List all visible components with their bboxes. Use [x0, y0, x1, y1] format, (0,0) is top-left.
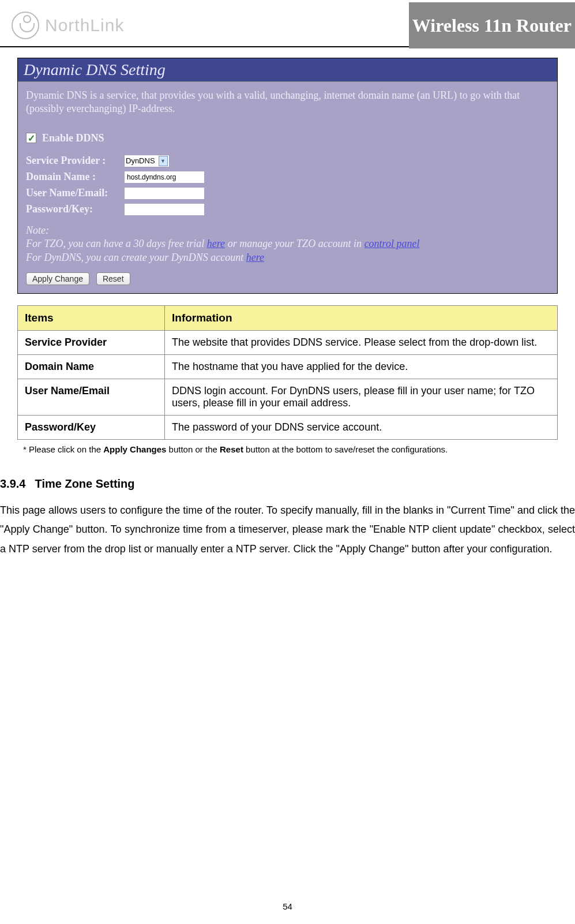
tzo-trial-link[interactable]: here — [207, 238, 225, 249]
page-header: NorthLink Wireless 11n Router — [0, 0, 575, 46]
section-heading: 3.9.4 Time Zone Setting — [0, 477, 575, 491]
table-row: Domain Name The hostname that you have a… — [18, 354, 558, 379]
user-label: User Name/Email: — [26, 187, 124, 199]
panel-title: Dynamic DNS Setting — [18, 58, 557, 82]
section-paragraph: This page allows users to configure the … — [0, 501, 575, 559]
footnote-text: button at the bottom to save/reset the c… — [243, 444, 448, 454]
page-number: 54 — [0, 901, 575, 911]
northlink-logo-icon — [12, 12, 39, 39]
password-input[interactable] — [124, 203, 205, 216]
table-footnote: * Please click on the Apply Changes butt… — [23, 444, 552, 454]
row-value: DDNS login account. For DynDNS users, pl… — [165, 379, 558, 415]
footnote-text: * Please click on the — [23, 444, 103, 454]
service-provider-label: Service Provider : — [26, 155, 124, 167]
row-value: The hostname that you have applied for t… — [165, 354, 558, 379]
table-row: Password/Key The password of your DDNS s… — [18, 415, 558, 439]
enable-ddns-checkbox[interactable]: ✓ — [26, 133, 36, 143]
row-label: User Name/Email — [18, 379, 165, 415]
note-text: or manage your TZO account in — [225, 238, 364, 249]
header-items: Items — [18, 305, 165, 330]
password-label: Password/Key: — [26, 203, 124, 215]
enable-ddns-row: ✓ Enable DDNS — [26, 132, 549, 144]
note-label: Note: — [26, 224, 549, 237]
domain-name-label: Domain Name : — [26, 171, 124, 183]
service-provider-value: DynDNS — [126, 156, 155, 165]
user-input[interactable] — [124, 187, 205, 200]
row-value: The website that provides DDNS service. … — [165, 330, 558, 354]
logo: NorthLink — [12, 12, 124, 39]
panel-description: Dynamic DNS is a service, that provides … — [26, 89, 549, 116]
logo-text: NorthLink — [45, 16, 124, 35]
table-row: Service Provider The website that provid… — [18, 330, 558, 354]
service-provider-select[interactable]: DynDNS ▼ — [124, 155, 170, 167]
service-provider-row: Service Provider : DynDNS ▼ — [26, 155, 549, 167]
domain-name-input[interactable] — [124, 171, 205, 184]
ddns-setting-panel: Dynamic DNS Setting Dynamic DNS is a ser… — [17, 58, 558, 294]
reset-button[interactable]: Reset — [96, 272, 130, 285]
table-row: User Name/Email DDNS login account. For … — [18, 379, 558, 415]
row-label: Domain Name — [18, 354, 165, 379]
footnote-bold: Reset — [220, 444, 243, 454]
footnote-text: button or the — [166, 444, 220, 454]
header-information: Information — [165, 305, 558, 330]
panel-body: Dynamic DNS is a service, that provides … — [18, 82, 557, 293]
ddns-info-table: Items Information Service Provider The w… — [17, 305, 558, 440]
dyndns-create-link[interactable]: here — [246, 252, 264, 263]
domain-name-row: Domain Name : — [26, 171, 549, 184]
footnote-bold: Apply Changes — [103, 444, 166, 454]
button-row: Apply Change Reset — [26, 272, 549, 285]
brand-title: Wireless 11n Router — [409, 2, 575, 48]
note-block: Note: For TZO, you can have a 30 days fr… — [26, 224, 549, 264]
chevron-down-icon: ▼ — [159, 156, 168, 166]
section-title: Time Zone Setting — [35, 477, 135, 490]
note-text: For TZO, you can have a 30 days free tri… — [26, 238, 207, 249]
row-value: The password of your DDNS service accoun… — [165, 415, 558, 439]
row-label: Password/Key — [18, 415, 165, 439]
enable-ddns-label: Enable DDNS — [42, 132, 104, 144]
note-line-2: For DynDNS, you can create your DynDNS a… — [26, 251, 549, 264]
user-row: User Name/Email: — [26, 187, 549, 200]
password-row: Password/Key: — [26, 203, 549, 216]
table-header-row: Items Information — [18, 305, 558, 330]
note-line-1: For TZO, you can have a 30 days free tri… — [26, 237, 549, 250]
note-text: For DynDNS, you can create your DynDNS a… — [26, 252, 246, 263]
row-label: Service Provider — [18, 330, 165, 354]
tzo-control-panel-link[interactable]: control panel — [364, 238, 420, 249]
apply-change-button[interactable]: Apply Change — [26, 272, 89, 285]
section-number: 3.9.4 — [0, 477, 32, 491]
